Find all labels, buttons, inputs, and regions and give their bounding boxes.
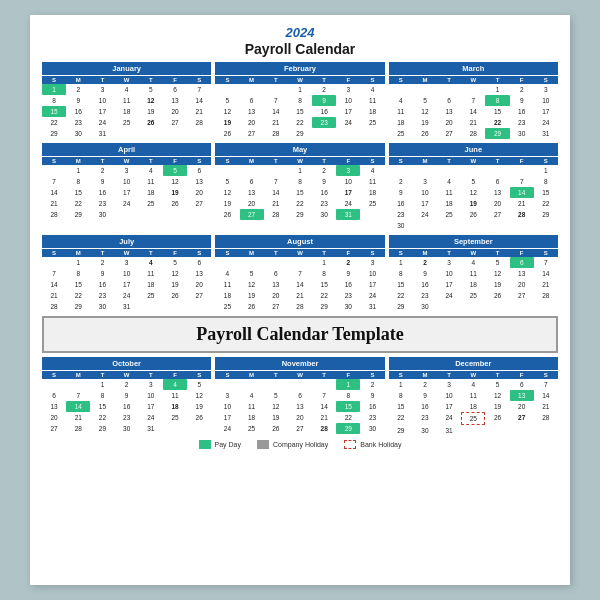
day-cell: 10 xyxy=(336,176,360,187)
day-cell: 16 xyxy=(115,401,139,412)
day-cell: 22 xyxy=(534,198,558,209)
day-cell: 30 xyxy=(115,423,139,434)
day-cell: 4 xyxy=(461,379,485,390)
day-cell: 4 xyxy=(360,165,384,176)
day-cell: 16 xyxy=(336,279,360,290)
day-cell: 25 xyxy=(360,198,384,209)
day-cell: 26 xyxy=(461,209,485,220)
day-cell: 21 xyxy=(288,290,312,301)
day-cell: 4 xyxy=(215,268,239,279)
dow-row: SMTWTFS xyxy=(42,157,211,165)
dow-cell: M xyxy=(413,371,437,379)
day-cell: 25 xyxy=(139,290,163,301)
day-cell: 26 xyxy=(485,412,509,425)
empty-day: 0 xyxy=(215,257,239,268)
day-cell: 8 xyxy=(389,390,413,401)
day-cell: 5 xyxy=(163,257,187,268)
legend: Pay Day Company Holiday Bank Holiday xyxy=(42,440,558,449)
empty-day: 0 xyxy=(461,84,485,95)
empty-day: 0 xyxy=(461,165,485,176)
pay-day-label: Pay Day xyxy=(215,441,241,448)
day-cell: 22 xyxy=(389,412,413,425)
day-cell: 21 xyxy=(187,106,211,117)
day-cell: 11 xyxy=(115,95,139,106)
day-cell: 8 xyxy=(90,390,114,401)
day-cell: 11 xyxy=(389,106,413,117)
day-cell: 6 xyxy=(187,165,211,176)
day-cell: 14 xyxy=(312,401,336,412)
day-cell: 10 xyxy=(437,390,461,401)
day-cell: 18 xyxy=(115,106,139,117)
dow-cell: M xyxy=(413,76,437,84)
day-cell: 18 xyxy=(360,187,384,198)
day-cell: 2 xyxy=(360,379,384,390)
day-cell: 20 xyxy=(187,187,211,198)
dow-cell: S xyxy=(360,157,384,165)
empty-day: 0 xyxy=(288,379,312,390)
day-cell: 1 xyxy=(66,257,90,268)
day-cell: 12 xyxy=(215,187,239,198)
day-cell: 30 xyxy=(413,425,437,436)
day-cell: 2 xyxy=(413,257,437,268)
day-cell: 8 xyxy=(66,268,90,279)
day-cell: 2 xyxy=(312,165,336,176)
day-cell: 15 xyxy=(288,106,312,117)
days-grid: 0000123456789101112131415161718192021222… xyxy=(389,84,558,139)
dow-cell: T xyxy=(485,249,509,257)
days-grid: 0000001234567891011121314151617181920212… xyxy=(389,165,558,231)
dow-cell: M xyxy=(240,76,264,84)
dow-cell: F xyxy=(336,249,360,257)
day-cell: 20 xyxy=(510,279,534,290)
month-april: AprilSMTWTFS0123456789101112131415161718… xyxy=(42,143,211,231)
day-cell: 30 xyxy=(312,209,336,220)
dow-cell: S xyxy=(187,76,211,84)
day-cell: 28 xyxy=(312,423,336,434)
day-cell: 4 xyxy=(139,165,163,176)
month-september: SeptemberSMTWTFS123456789101112131415161… xyxy=(389,235,558,312)
day-cell: 22 xyxy=(336,412,360,423)
day-cell: 15 xyxy=(389,401,413,412)
dow-row: SMTWTFS xyxy=(389,76,558,84)
day-cell: 15 xyxy=(42,106,66,117)
day-cell: 15 xyxy=(288,187,312,198)
empty-day: 0 xyxy=(42,379,66,390)
dow-cell: T xyxy=(139,371,163,379)
day-cell: 21 xyxy=(534,401,558,412)
day-cell: 14 xyxy=(510,187,534,198)
day-cell: 23 xyxy=(66,117,90,128)
day-cell: 2 xyxy=(66,84,90,95)
day-cell: 15 xyxy=(66,279,90,290)
day-cell: 28 xyxy=(288,301,312,312)
pay-day-icon xyxy=(199,440,211,449)
day-cell: 27 xyxy=(42,423,66,434)
day-cell: 17 xyxy=(115,279,139,290)
day-cell: 22 xyxy=(288,198,312,209)
dow-cell: W xyxy=(461,76,485,84)
day-cell: 6 xyxy=(510,257,534,268)
day-cell: 31 xyxy=(139,423,163,434)
day-cell: 13 xyxy=(485,187,509,198)
day-cell: 17 xyxy=(437,279,461,290)
day-cell: 18 xyxy=(240,412,264,423)
day-cell: 23 xyxy=(510,117,534,128)
empty-day: 0 xyxy=(264,379,288,390)
day-cell: 8 xyxy=(66,176,90,187)
dow-cell: M xyxy=(413,157,437,165)
dow-cell: S xyxy=(187,157,211,165)
day-cell: 3 xyxy=(336,84,360,95)
day-cell: 22 xyxy=(90,412,114,423)
dow-row: SMTWTFS xyxy=(42,249,211,257)
day-cell: 29 xyxy=(336,423,360,434)
day-cell: 27 xyxy=(240,128,264,139)
day-cell: 7 xyxy=(42,268,66,279)
day-cell: 9 xyxy=(90,176,114,187)
day-cell: 4 xyxy=(461,257,485,268)
dow-row: SMTWTFS xyxy=(389,371,558,379)
day-cell: 9 xyxy=(66,95,90,106)
empty-day: 0 xyxy=(413,84,437,95)
day-cell: 9 xyxy=(90,268,114,279)
month-march: MarchSMTWTFS0000123456789101112131415161… xyxy=(389,62,558,139)
empty-day: 0 xyxy=(240,84,264,95)
day-cell: 24 xyxy=(534,117,558,128)
day-cell: 23 xyxy=(336,290,360,301)
